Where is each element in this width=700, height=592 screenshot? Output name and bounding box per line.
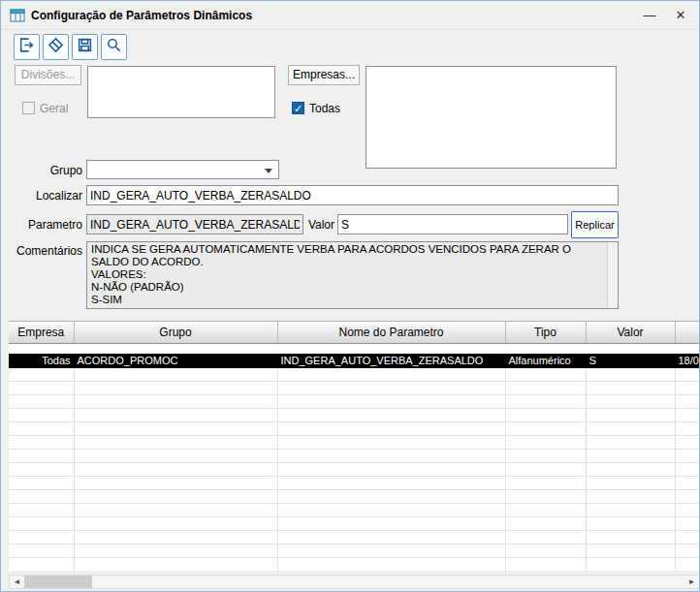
column-header-tipo[interactable]: Tipo xyxy=(505,322,586,343)
valor-input[interactable] xyxy=(337,214,568,234)
grid-selected-row[interactable]: TodasACORDO_PROMOCIND_GERA_AUTO_VERBA_ZE… xyxy=(9,354,700,367)
grid-cell xyxy=(9,394,74,408)
grid-cell: IND_GERA_AUTO_VERBA_ZERASALDO xyxy=(277,354,505,367)
comentarios-field[interactable]: INDICA SE GERA AUTOMATICAMENTE VERBA PAR… xyxy=(86,241,619,309)
grid-cell xyxy=(277,435,505,449)
grid-cell: ACORDO_PROMOC xyxy=(74,354,277,367)
clear-button[interactable] xyxy=(43,34,69,60)
window-title: Configuração de Parâmetros Dinâmicos xyxy=(31,1,252,30)
grid-empty-row[interactable] xyxy=(9,476,700,489)
grid-cell xyxy=(586,421,675,435)
todas-checkbox-label: Todas xyxy=(309,103,340,115)
localizar-input[interactable] xyxy=(86,185,619,205)
grid-cell xyxy=(675,449,700,462)
grid-empty-row[interactable] xyxy=(9,449,700,462)
grid-empty-row[interactable] xyxy=(9,367,700,381)
scroll-left-icon[interactable]: ◄ xyxy=(10,576,24,588)
empresas-listbox[interactable] xyxy=(366,66,617,169)
grid-empty-row[interactable] xyxy=(9,503,700,516)
exit-button[interactable] xyxy=(14,34,40,60)
grid-cell xyxy=(505,381,586,394)
minimize-button[interactable]: — xyxy=(633,1,666,30)
horizontal-scrollbar[interactable]: ◄ ► xyxy=(9,575,700,589)
grid-cell xyxy=(277,516,505,530)
grid-empty-row[interactable] xyxy=(9,394,700,408)
grid-cell xyxy=(505,489,586,503)
divisoes-listbox[interactable] xyxy=(87,66,275,118)
grid-cell xyxy=(9,462,74,476)
app-icon xyxy=(10,8,25,23)
grid-cell xyxy=(505,462,586,476)
grid-cell xyxy=(74,557,277,571)
grid-empty-row[interactable] xyxy=(9,381,700,394)
grid-cell xyxy=(586,530,675,544)
grid-cell xyxy=(277,408,505,421)
grid-cell xyxy=(675,544,700,557)
grid-cell xyxy=(505,516,586,530)
grid-empty-row[interactable] xyxy=(9,489,700,503)
grid-empty-row[interactable] xyxy=(9,435,700,449)
parametro-input[interactable] xyxy=(86,214,303,234)
todas-checkbox[interactable] xyxy=(292,102,304,114)
grid-cell xyxy=(277,530,505,544)
grid-cell xyxy=(675,516,700,530)
column-header-grupo[interactable]: Grupo xyxy=(74,322,277,343)
grid-cell xyxy=(675,435,700,449)
grid-cell xyxy=(9,544,74,557)
grid-cell xyxy=(277,489,505,503)
grid-cell xyxy=(9,489,74,503)
grid-cell xyxy=(675,343,700,354)
replicar-button[interactable]: Replicar xyxy=(571,211,619,238)
divisoes-button[interactable]: Divisões... xyxy=(15,65,81,85)
geral-checkbox[interactable] xyxy=(22,102,35,114)
parameters-grid: Empresa Grupo Nome do Parametro Tipo Val… xyxy=(9,321,700,571)
grid-cell xyxy=(675,381,700,394)
grid-empty-row[interactable] xyxy=(9,544,700,557)
grid-cell xyxy=(74,435,277,449)
column-header-nome-do-parametro[interactable]: Nome do Parametro xyxy=(277,322,505,343)
grid-header-row: Empresa Grupo Nome do Parametro Tipo Val… xyxy=(9,322,700,343)
close-button[interactable]: ✕ xyxy=(664,1,697,30)
grid-cell xyxy=(675,421,700,435)
grid-cell xyxy=(9,435,74,449)
save-button[interactable] xyxy=(72,34,98,60)
grid-empty-row[interactable] xyxy=(9,408,700,421)
grid-empty-row[interactable] xyxy=(9,516,700,530)
exit-icon xyxy=(18,37,35,57)
empresas-button[interactable]: Empresas... xyxy=(288,65,360,85)
grid-cell xyxy=(586,476,675,489)
grid-cell xyxy=(586,503,675,516)
grid-cell xyxy=(277,503,505,516)
grid-empty-row[interactable] xyxy=(9,557,700,571)
dialog-window: Configuração de Parâmetros Dinâmicos — ✕ xyxy=(0,0,700,592)
column-header-empresa[interactable]: Empresa xyxy=(9,322,74,343)
grid-cell xyxy=(277,449,505,462)
grupo-combobox[interactable] xyxy=(86,160,279,179)
grid-cell xyxy=(74,530,277,544)
titlebar: Configuração de Parâmetros Dinâmicos — ✕ xyxy=(1,1,699,30)
grid-cell xyxy=(675,394,700,408)
grid-cell xyxy=(74,421,277,435)
column-header-valor[interactable]: Valor xyxy=(586,322,675,343)
grid-empty-row[interactable] xyxy=(9,343,700,354)
grid-cell xyxy=(9,557,74,571)
grid-empty-row[interactable] xyxy=(9,462,700,476)
grid-cell xyxy=(505,476,586,489)
grupo-label: Grupo xyxy=(1,164,82,177)
grid-cell xyxy=(675,476,700,489)
grid-cell xyxy=(277,557,505,571)
grid-cell xyxy=(586,557,675,571)
search-button[interactable] xyxy=(101,34,127,60)
grid-cell xyxy=(586,394,675,408)
grid-empty-row[interactable] xyxy=(9,421,700,435)
comentarios-scrollbar[interactable] xyxy=(607,242,618,308)
column-header-data[interactable] xyxy=(675,322,700,343)
scroll-right-icon[interactable]: ► xyxy=(684,576,699,588)
grid-cell xyxy=(505,530,586,544)
parametro-label: Parametro xyxy=(1,218,82,232)
grid-cell xyxy=(505,449,586,462)
save-icon xyxy=(77,37,93,57)
scrollbar-thumb[interactable] xyxy=(24,576,92,588)
grid-empty-row[interactable] xyxy=(9,530,700,544)
grid-cell xyxy=(586,408,675,421)
